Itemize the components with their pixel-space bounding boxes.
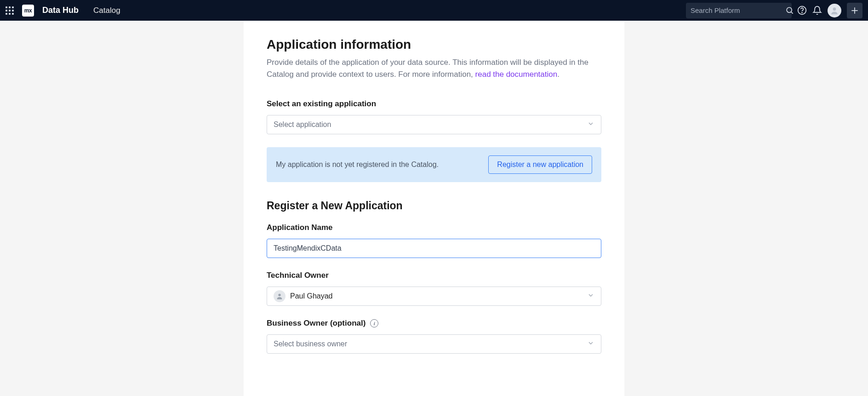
register-heading: Register a New Application bbox=[267, 200, 601, 212]
platform-search[interactable] bbox=[686, 3, 792, 18]
user-avatar[interactable] bbox=[828, 4, 841, 17]
search-input[interactable] bbox=[691, 6, 778, 14]
page-body: Application information Provide details … bbox=[0, 21, 868, 396]
svg-point-4 bbox=[833, 7, 836, 11]
select-application-dropdown[interactable]: Select application bbox=[267, 115, 601, 134]
application-name-label: Application Name bbox=[267, 223, 601, 232]
info-icon[interactable]: i bbox=[370, 319, 378, 327]
svg-point-0 bbox=[787, 7, 792, 12]
select-application-placeholder: Select application bbox=[274, 121, 331, 129]
chevron-down-icon bbox=[587, 292, 594, 301]
add-button[interactable] bbox=[847, 3, 862, 18]
select-existing-label: Select an existing application bbox=[267, 99, 601, 109]
mendix-logo[interactable]: mx bbox=[22, 5, 34, 17]
page-title: Application information bbox=[267, 37, 601, 52]
svg-line-1 bbox=[791, 12, 793, 14]
svg-point-7 bbox=[278, 294, 280, 296]
nav-catalog[interactable]: Catalog bbox=[93, 6, 120, 15]
technical-owner-value: Paul Ghayad bbox=[290, 292, 333, 300]
chevron-down-icon bbox=[587, 339, 594, 349]
business-owner-label: Business Owner (optional) i bbox=[267, 319, 601, 328]
apps-grid-icon[interactable] bbox=[6, 6, 14, 15]
business-owner-label-text: Business Owner (optional) bbox=[267, 319, 365, 328]
notifications-icon[interactable] bbox=[812, 6, 822, 15]
subtitle-text-end: . bbox=[557, 70, 560, 79]
svg-point-3 bbox=[802, 12, 802, 13]
technical-owner-label: Technical Owner bbox=[267, 271, 601, 280]
header-right bbox=[686, 3, 862, 18]
technical-owner-dropdown[interactable]: Paul Ghayad bbox=[267, 287, 601, 306]
register-banner: My application is not yet registered in … bbox=[267, 147, 601, 182]
business-owner-dropdown[interactable]: Select business owner bbox=[267, 334, 601, 354]
help-icon[interactable] bbox=[797, 6, 807, 15]
page-subtitle: Provide details of the application of yo… bbox=[267, 57, 601, 80]
banner-text: My application is not yet registered in … bbox=[276, 161, 439, 169]
form-card: Application information Provide details … bbox=[243, 21, 625, 396]
chevron-down-icon bbox=[587, 120, 594, 129]
business-owner-placeholder: Select business owner bbox=[274, 340, 347, 348]
search-icon[interactable] bbox=[785, 6, 794, 15]
owner-avatar-icon bbox=[274, 290, 286, 302]
header-left: mx Data Hub Catalog bbox=[6, 5, 120, 17]
documentation-link[interactable]: read the documentation bbox=[475, 70, 558, 79]
application-name-input[interactable] bbox=[267, 239, 601, 258]
register-new-application-button[interactable]: Register a new application bbox=[488, 155, 592, 174]
app-header: mx Data Hub Catalog bbox=[0, 0, 868, 21]
product-name: Data Hub bbox=[42, 6, 79, 15]
